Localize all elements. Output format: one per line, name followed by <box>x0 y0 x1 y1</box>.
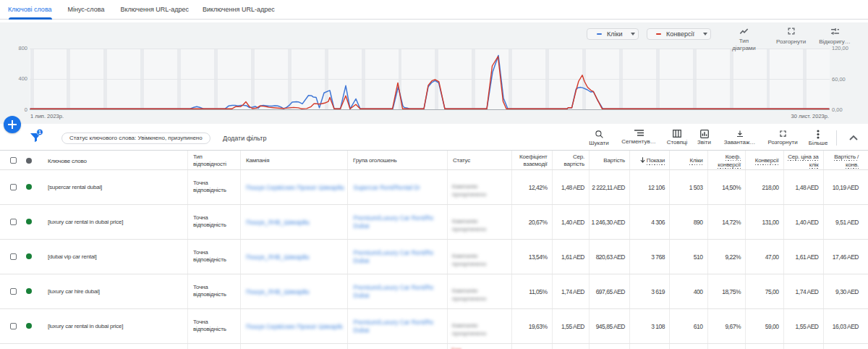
svg-text:1: 1 <box>38 130 41 135</box>
